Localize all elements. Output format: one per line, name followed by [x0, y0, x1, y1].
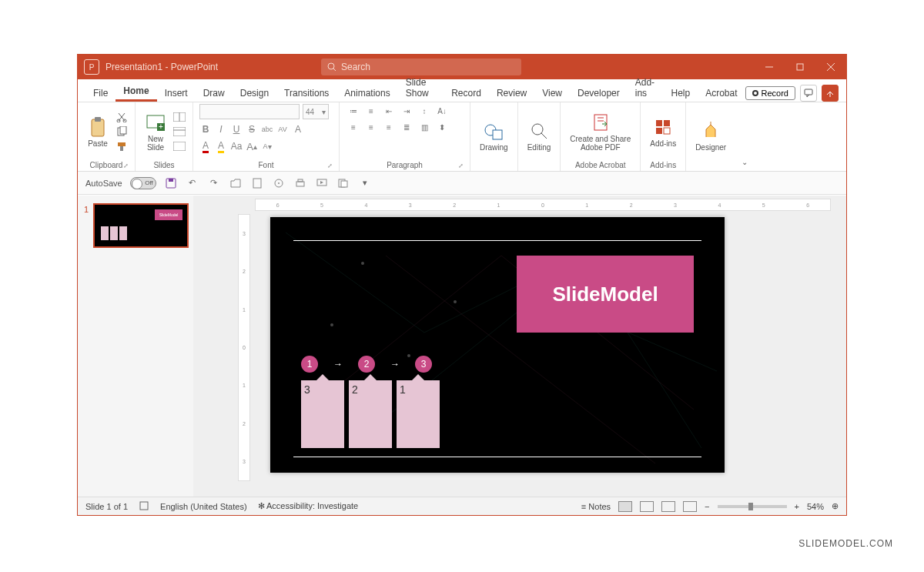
autosave-toggle[interactable]: Off — [130, 177, 156, 189]
undo-icon[interactable]: ↶ — [186, 176, 199, 190]
columns-button[interactable]: ▥ — [417, 120, 432, 134]
format-painter-icon[interactable] — [115, 140, 129, 152]
maximize-button[interactable] — [785, 55, 815, 79]
align-right-button[interactable]: ≡ — [381, 120, 397, 134]
change-case-button[interactable]: Aa — [230, 139, 243, 153]
qat-dropdown-icon[interactable]: ▾ — [358, 176, 372, 190]
line-spacing-button[interactable]: ↕ — [417, 104, 432, 118]
more-icon[interactable] — [336, 176, 350, 190]
horizontal-ruler[interactable]: 6543210123456 — [255, 199, 831, 211]
from-beginning-icon[interactable] — [315, 176, 329, 190]
drawing-button[interactable]: Drawing — [477, 119, 511, 153]
slide-counter[interactable]: Slide 1 of 1 — [85, 502, 128, 511]
editing-button[interactable]: Editing — [524, 119, 554, 153]
text-direction-button[interactable]: A↓ — [434, 104, 450, 118]
print-icon[interactable] — [293, 176, 307, 190]
slide-canvas[interactable]: SlideModel 1→ 2→ 3 3 2 1 — [270, 217, 725, 473]
indent-dec-button[interactable]: ⇤ — [381, 104, 397, 118]
minimize-button[interactable] — [754, 55, 785, 79]
align-left-button[interactable]: ≡ — [346, 120, 361, 134]
dialog-launcher-icon[interactable]: ⤢ — [458, 162, 464, 169]
card-shapes[interactable]: 3 2 1 — [301, 380, 440, 448]
zoom-slider[interactable] — [718, 505, 787, 508]
paste-button[interactable]: Paste — [84, 115, 112, 149]
bullets-button[interactable]: ≔ — [346, 104, 361, 118]
tab-review[interactable]: Review — [489, 83, 534, 102]
ribbon-collapse-button[interactable]: ⌄ — [735, 102, 754, 171]
new-slide-button[interactable]: + New Slide — [142, 110, 169, 153]
notes-button[interactable]: ≡ Notes — [581, 502, 611, 511]
normal-view-icon[interactable] — [618, 501, 632, 512]
italic-button[interactable]: I — [215, 122, 227, 136]
slideshow-view-icon[interactable] — [683, 501, 697, 512]
zoom-in-button[interactable]: + — [795, 502, 799, 511]
section-icon[interactable] — [172, 140, 186, 152]
copy-icon[interactable] — [115, 125, 129, 138]
font-size-select[interactable]: 44▾ — [303, 104, 329, 119]
shadow-button[interactable]: abc — [261, 122, 273, 136]
designer-button[interactable]: Designer — [692, 119, 729, 153]
reading-view-icon[interactable] — [661, 501, 675, 512]
fit-window-icon[interactable]: ⊕ — [832, 501, 839, 511]
tab-transitions[interactable]: Transitions — [276, 83, 336, 102]
new-icon[interactable] — [250, 176, 264, 190]
close-button[interactable] — [815, 55, 846, 79]
svg-point-38 — [278, 182, 280, 184]
adobe-pdf-button[interactable]: Create and Share Adobe PDF — [567, 110, 634, 153]
spacing-button[interactable]: AV — [276, 122, 289, 136]
shrink-font-button[interactable]: A▾ — [261, 139, 273, 153]
align-center-button[interactable]: ≡ — [363, 120, 379, 134]
addins-button[interactable]: Add-ins — [647, 115, 679, 149]
font-color-button[interactable]: A — [199, 139, 212, 153]
tab-home[interactable]: Home — [116, 81, 156, 102]
numbering-button[interactable]: ≡ — [363, 104, 379, 118]
strike-button[interactable]: S — [246, 122, 258, 136]
indent-inc-button[interactable]: ⇥ — [399, 104, 414, 118]
tab-record[interactable]: Record — [444, 83, 489, 102]
tab-help[interactable]: Help — [663, 83, 698, 102]
accessibility-status[interactable]: ✻ Accessibility: Investigate — [258, 501, 359, 511]
vertical-ruler[interactable]: 3210123 — [238, 214, 250, 481]
tab-slideshow[interactable]: Slide Show — [398, 72, 444, 102]
dialog-launcher-icon[interactable]: ⤢ — [123, 162, 129, 169]
step-circles[interactable]: 1→ 2→ 3 — [301, 356, 432, 373]
tab-insert[interactable]: Insert — [157, 83, 196, 102]
underline-button[interactable]: U — [230, 122, 243, 136]
grow-font-button[interactable]: A▴ — [246, 139, 258, 153]
spell-check-icon[interactable] — [139, 500, 149, 513]
layout-icon[interactable] — [172, 111, 186, 123]
align-text-button[interactable]: ⬍ — [434, 120, 450, 134]
tab-acrobat[interactable]: Acrobat — [698, 83, 745, 102]
tab-developer[interactable]: Developer — [570, 83, 628, 102]
touch-mode-icon[interactable] — [272, 176, 286, 190]
record-button[interactable]: Record — [745, 86, 795, 100]
save-icon[interactable] — [164, 176, 178, 190]
bold-button[interactable]: B — [199, 122, 212, 136]
highlight-button[interactable]: A — [215, 139, 227, 153]
font-family-select[interactable] — [199, 104, 300, 119]
zoom-out-button[interactable]: − — [705, 502, 709, 511]
tab-addins[interactable]: Add-ins — [628, 72, 664, 102]
justify-button[interactable]: ≣ — [399, 120, 414, 134]
tab-draw[interactable]: Draw — [196, 83, 233, 102]
quick-access-toolbar: AutoSave Off ↶ ↷ ▾ — [78, 172, 846, 195]
share-button[interactable] — [822, 85, 839, 102]
comments-button[interactable] — [800, 85, 817, 102]
svg-rect-15 — [120, 146, 123, 151]
tab-view[interactable]: View — [534, 83, 570, 102]
tab-design[interactable]: Design — [233, 83, 276, 102]
open-icon[interactable] — [229, 176, 243, 190]
dialog-launcher-icon[interactable]: ⤢ — [327, 162, 333, 169]
slide-thumbnail[interactable]: 1 SlideModel — [93, 203, 189, 248]
language-status[interactable]: English (United States) — [160, 502, 247, 511]
cut-icon[interactable] — [115, 111, 129, 123]
zoom-level[interactable]: 54% — [807, 502, 824, 511]
redo-icon[interactable]: ↷ — [207, 176, 221, 190]
title-shape[interactable]: SlideModel — [517, 256, 694, 333]
tab-file[interactable]: File — [85, 83, 116, 102]
watermark: SLIDEMODEL.COM — [798, 538, 893, 549]
reset-icon[interactable] — [172, 125, 186, 138]
clear-format-button[interactable]: A — [292, 122, 304, 136]
tab-animations[interactable]: Animations — [336, 83, 397, 102]
sorter-view-icon[interactable] — [640, 501, 654, 512]
